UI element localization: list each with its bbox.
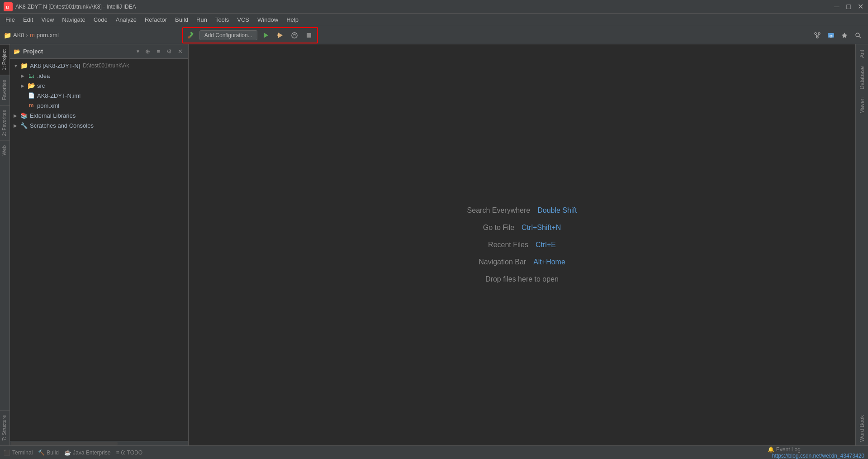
hint-search-everywhere: Search Everywhere Double Shift: [467, 206, 577, 215]
hint-nav-label: Navigation Bar: [479, 258, 526, 266]
java-enterprise-icon: ☕: [64, 449, 71, 456]
menu-bar: File Edit View Navigate Code Analyze Ref…: [0, 14, 868, 26]
hint-goto-label: Go to File: [483, 224, 514, 232]
menu-run[interactable]: Run: [193, 14, 211, 25]
breadcrumb-project[interactable]: AK8: [13, 32, 24, 38]
title-bar-controls: ─ □ ✕: [833, 3, 864, 11]
panel-close-button[interactable]: ✕: [175, 47, 185, 56]
menu-build[interactable]: Build: [171, 14, 192, 25]
sidebar-maven[interactable]: Maven: [858, 94, 866, 117]
notifications-button[interactable]: @: [825, 29, 837, 42]
svg-point-11: [818, 33, 820, 34]
tree-item-root[interactable]: ▼ 📁 AK8 [AK8-ZDYT-N] D:\test001\trunk\Ak: [10, 61, 188, 71]
menu-window[interactable]: Window: [254, 14, 282, 25]
src-folder-icon: 📂: [27, 81, 35, 90]
event-log-item[interactable]: 🔔 Event Log: [768, 446, 864, 453]
build-hammer-button[interactable]: [185, 29, 198, 42]
hint-recent-shortcut: Ctrl+E: [536, 241, 556, 249]
status-url[interactable]: https://blog.csdn.net/weixin_43473420: [772, 453, 864, 459]
tree-item-src[interactable]: ▶ 📂 src: [10, 81, 188, 91]
menu-analyze[interactable]: Analyze: [112, 14, 140, 25]
vtab-favorites-label[interactable]: Favorites: [0, 75, 9, 105]
svg-point-18: [856, 33, 859, 37]
iml-file-icon: 📄: [27, 91, 35, 100]
tree-item-idea[interactable]: ▶ 🗂 .idea: [10, 71, 188, 81]
event-log-icon: 🔔: [768, 446, 774, 453]
tree-root-label: AK8 [AK8-ZDYT-N]: [30, 62, 80, 69]
vtab-web[interactable]: Web: [0, 140, 9, 160]
panel-header-icons: ⊕ ≡ ⚙ ✕: [143, 47, 185, 56]
scratches-icon: 🔧: [20, 121, 28, 129]
svg-line-14: [817, 34, 819, 36]
todo-icon: ≡: [116, 449, 119, 456]
svg-point-10: [815, 33, 816, 34]
tree-item-scratches[interactable]: ▶ 🔧 Scratches and Consoles: [10, 120, 188, 130]
svg-point-8: [292, 33, 297, 38]
panel-collapse-button[interactable]: ≡: [154, 47, 163, 56]
dropdown-arrow-icon: ▼: [136, 49, 140, 54]
breadcrumb: 📁 AK8 › m pom.xml: [4, 32, 59, 39]
sidebar-wordbook[interactable]: Word Book: [858, 411, 866, 445]
vtab-project[interactable]: 1: Project: [0, 44, 9, 75]
vtab-favorites-2[interactable]: 2: Favorites: [0, 105, 9, 140]
maximize-button[interactable]: □: [844, 3, 853, 11]
menu-view[interactable]: View: [38, 14, 57, 25]
minimize-button[interactable]: ─: [833, 3, 841, 11]
menu-file[interactable]: File: [2, 14, 19, 25]
debug-button[interactable]: [274, 29, 286, 42]
stop-button[interactable]: [303, 29, 315, 42]
menu-refactor[interactable]: Refactor: [141, 14, 171, 25]
folder-icon: 📁: [4, 32, 11, 39]
breadcrumb-file[interactable]: pom.xml: [37, 32, 59, 38]
event-log-label: Event Log: [776, 446, 801, 453]
left-vtabs: 1: Project Favorites 2: Favorites Web 7:…: [0, 44, 10, 445]
menu-navigate[interactable]: Navigate: [58, 14, 89, 25]
tree-item-ext-libs[interactable]: ▶ 📚 External Libraries: [10, 110, 188, 120]
maven-file-icon: m: [27, 101, 35, 110]
hint-nav-bar: Navigation Bar Alt+Home: [479, 258, 565, 266]
add-configuration-button[interactable]: Add Configuration...: [199, 30, 257, 40]
right-sidebar: Ant Database Maven Word Book: [855, 44, 868, 445]
sidebar-database[interactable]: Database: [858, 62, 866, 93]
run-button[interactable]: [259, 29, 272, 42]
close-button[interactable]: ✕: [856, 3, 864, 11]
search-everywhere-button[interactable]: [852, 29, 864, 42]
panel-settings-button[interactable]: ⚙: [165, 47, 174, 56]
menu-code[interactable]: Code: [90, 14, 111, 25]
ide-features-button[interactable]: [838, 29, 851, 42]
tree-item-pom[interactable]: ▶ m pom.xml: [10, 100, 188, 110]
project-panel-icon: 📂: [14, 48, 20, 55]
tree-arrow-src: ▶: [21, 83, 27, 88]
menu-edit[interactable]: Edit: [19, 14, 37, 25]
status-build[interactable]: 🔨 Build: [38, 449, 59, 456]
status-terminal[interactable]: ⬛ Terminal: [4, 449, 33, 456]
tree-item-iml[interactable]: ▶ 📄 AK8-ZDYT-N.iml: [10, 91, 188, 100]
status-todo[interactable]: ≡ 6: TODO: [116, 449, 142, 456]
sidebar-ant[interactable]: Ant: [858, 46, 866, 62]
svg-text:IJ: IJ: [6, 5, 9, 10]
title-bar: IJ AK8-ZDYT-N [D:\test001\trunk\AK8] - I…: [0, 0, 868, 14]
svg-marker-5: [264, 33, 268, 38]
menu-vcs[interactable]: VCS: [233, 14, 253, 25]
project-tree[interactable]: ▼ 📁 AK8 [AK8-ZDYT-N] D:\test001\trunk\Ak…: [10, 59, 188, 441]
vtab-structure[interactable]: 7: Structure: [0, 410, 9, 445]
svg-rect-9: [307, 33, 311, 38]
tree-root-path: D:\test001\trunk\Ak: [83, 62, 129, 69]
panel-add-button[interactable]: ⊕: [143, 47, 152, 56]
status-right: 🔔 Event Log https://blog.csdn.net/weixin…: [768, 446, 864, 459]
tree-horizontal-scrollbar[interactable]: [10, 441, 188, 445]
tree-arrow-idea: ▶: [21, 73, 27, 78]
hint-recent-label: Recent Files: [488, 241, 528, 249]
hint-search-label: Search Everywhere: [467, 206, 531, 215]
toolbar-center: Add Configuration...: [64, 27, 436, 43]
menu-help[interactable]: Help: [283, 14, 302, 25]
maven-icon: m: [30, 32, 35, 38]
profile-button[interactable]: [288, 29, 301, 42]
tree-arrow-ext: ▶: [14, 113, 20, 118]
menu-tools[interactable]: Tools: [212, 14, 232, 25]
status-java-enterprise[interactable]: ☕ Java Enterprise: [64, 449, 110, 456]
svg-text:@: @: [829, 34, 833, 38]
git-button[interactable]: [811, 29, 824, 42]
tree-ext-libs-label: External Libraries: [30, 112, 76, 119]
hint-search-shortcut: Double Shift: [537, 206, 577, 215]
